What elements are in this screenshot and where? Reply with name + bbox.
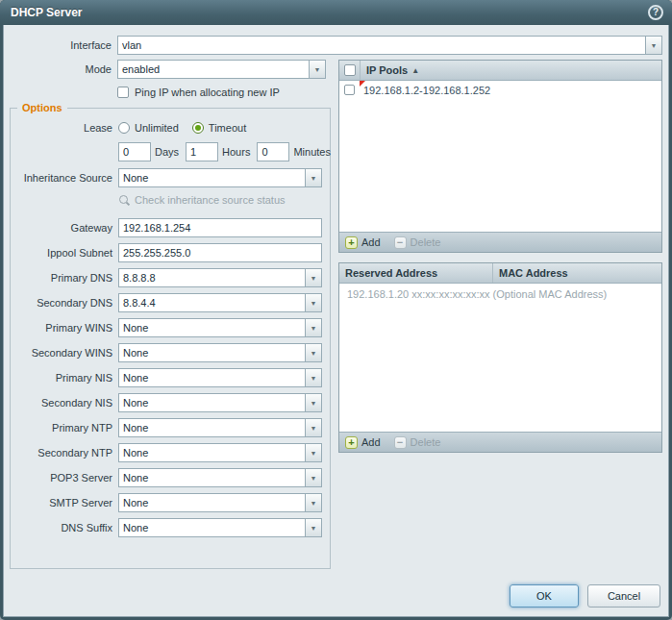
inheritance-source-value[interactable]	[119, 169, 305, 186]
reserved-header-row: Reserved Address MAC Address	[339, 263, 661, 284]
secondary-dns-select[interactable]: ▼	[118, 293, 322, 312]
chevron-down-icon[interactable]: ▼	[305, 394, 321, 411]
ippool-subnet-input[interactable]	[118, 243, 322, 262]
interface-select[interactable]: ▼	[117, 36, 662, 55]
chevron-down-icon[interactable]: ▼	[305, 519, 321, 536]
delete-label: Delete	[411, 436, 441, 448]
add-ip-pool-button[interactable]: + Add	[345, 236, 381, 249]
secondary-ntp-select[interactable]: ▼	[118, 443, 322, 462]
delete-ip-pool-button[interactable]: − Delete	[394, 236, 441, 249]
reserved-address-column-header[interactable]: Reserved Address	[339, 263, 493, 283]
primary-ntp-value[interactable]	[119, 419, 305, 436]
pop3-server-value[interactable]	[119, 469, 305, 486]
hours-label: Hours	[222, 146, 250, 158]
hours-input[interactable]	[186, 142, 218, 161]
ip-pools-header-row: IP Pools ▲	[339, 61, 661, 81]
chevron-down-icon[interactable]: ▼	[305, 419, 321, 436]
primary-nis-value[interactable]	[119, 369, 305, 386]
ip-pools-footer: + Add − Delete	[339, 232, 661, 252]
reserved-address-header-label: Reserved Address	[345, 267, 437, 279]
smtp-server-label: SMTP Server	[11, 497, 118, 508]
ok-button[interactable]: OK	[510, 584, 579, 608]
smtp-server-select[interactable]: ▼	[118, 493, 322, 512]
secondary-nis-select[interactable]: ▼	[118, 393, 322, 412]
primary-nis-select[interactable]: ▼	[118, 368, 322, 387]
smtp-server-row: SMTP Server ▼	[11, 493, 322, 512]
gateway-input[interactable]	[118, 218, 322, 237]
primary-ntp-label: Primary NTP	[11, 422, 118, 434]
chevron-down-icon[interactable]: ▼	[305, 469, 321, 486]
lease-unlimited-label[interactable]: Unlimited	[135, 122, 179, 134]
days-label: Days	[155, 146, 179, 158]
primary-wins-select[interactable]: ▼	[118, 318, 322, 337]
mac-address-header-label: MAC Address	[499, 267, 568, 279]
interface-value[interactable]	[118, 37, 645, 54]
chevron-down-icon[interactable]: ▼	[305, 169, 321, 186]
chevron-down-icon[interactable]: ▼	[305, 444, 321, 461]
lease-row: Lease Unlimited Timeout	[11, 122, 322, 134]
primary-wins-value[interactable]	[119, 319, 305, 336]
secondary-nis-label: Secondary NIS	[11, 397, 118, 409]
primary-ntp-select[interactable]: ▼	[118, 418, 322, 437]
dns-suffix-label: DNS Suffix	[11, 522, 118, 533]
lease-timeout-radio[interactable]	[192, 122, 204, 134]
chevron-down-icon[interactable]: ▼	[305, 319, 321, 336]
add-label: Add	[361, 236, 381, 248]
secondary-wins-select[interactable]: ▼	[118, 343, 322, 362]
chevron-down-icon[interactable]: ▼	[305, 294, 321, 311]
ip-pools-body: 192.168.1.2-192.168.1.252	[339, 81, 661, 232]
secondary-dns-row: Secondary DNS ▼	[11, 293, 322, 312]
secondary-ntp-value[interactable]	[119, 444, 305, 461]
add-reserved-button[interactable]: + Add	[345, 436, 381, 449]
chevron-down-icon[interactable]: ▼	[305, 369, 321, 386]
chevron-down-icon[interactable]: ▼	[645, 37, 661, 54]
chevron-down-icon[interactable]: ▼	[305, 494, 321, 511]
pop3-server-row: POP3 Server ▼	[11, 468, 322, 487]
ping-ip-label[interactable]: Ping IP when allocating new IP	[135, 87, 280, 98]
ip-pool-row[interactable]: 192.168.1.2-192.168.1.252	[339, 81, 661, 99]
mode-value[interactable]	[118, 61, 309, 78]
help-icon[interactable]: ?	[648, 5, 663, 20]
interface-label: Interface	[10, 39, 117, 51]
smtp-server-value[interactable]	[119, 494, 305, 511]
modified-indicator-icon	[360, 81, 365, 87]
minutes-label: Minutes	[293, 146, 331, 158]
lease-unlimited-radio[interactable]	[118, 122, 130, 134]
ping-ip-checkbox[interactable]	[117, 87, 129, 98]
lease-duration-row: Days Hours Minutes	[11, 142, 322, 161]
row-checkbox[interactable]	[344, 85, 355, 95]
ippool-subnet-row: Ippool Subnet	[11, 243, 322, 262]
chevron-down-icon[interactable]: ▼	[305, 344, 321, 361]
inheritance-source-select[interactable]: ▼	[118, 168, 322, 187]
primary-dns-value[interactable]	[119, 269, 305, 286]
lease-timeout-label[interactable]: Timeout	[209, 122, 246, 134]
secondary-ntp-row: Secondary NTP ▼	[11, 443, 322, 462]
title-bar: DHCP Server ?	[0, 0, 672, 25]
ip-pools-column-header[interactable]: IP Pools ▲	[361, 61, 425, 80]
primary-dns-select[interactable]: ▼	[118, 268, 322, 287]
minutes-input[interactable]	[257, 142, 289, 161]
cancel-button[interactable]: Cancel	[587, 584, 660, 608]
mac-address-column-header[interactable]: MAC Address	[493, 263, 661, 283]
check-inheritance-label: Check inheritance source status	[135, 194, 286, 206]
chevron-down-icon[interactable]: ▼	[309, 61, 325, 78]
delete-reserved-button[interactable]: − Delete	[394, 436, 441, 449]
secondary-dns-value[interactable]	[119, 294, 305, 311]
chevron-down-icon[interactable]: ▼	[305, 269, 321, 286]
ip-pools-header-label: IP Pools	[366, 64, 408, 76]
dialog-body: Interface ▼ Mode ▼ Ping IP when allo	[3, 25, 669, 617]
ip-pool-value[interactable]: 192.168.1.2-192.168.1.252	[363, 85, 490, 96]
add-label: Add	[361, 436, 381, 448]
days-input[interactable]	[118, 142, 151, 161]
dns-suffix-value[interactable]	[119, 519, 305, 536]
secondary-dns-label: Secondary DNS	[11, 297, 118, 309]
secondary-wins-value[interactable]	[119, 344, 305, 361]
dns-suffix-select[interactable]: ▼	[118, 518, 322, 537]
interface-row: Interface ▼	[10, 36, 662, 55]
pop3-server-select[interactable]: ▼	[118, 468, 322, 487]
mode-select[interactable]: ▼	[117, 60, 326, 79]
select-all-checkbox[interactable]	[344, 64, 356, 76]
secondary-nis-value[interactable]	[119, 394, 305, 411]
ip-pool-cell[interactable]: 192.168.1.2-192.168.1.252	[360, 81, 490, 99]
check-inheritance-link[interactable]: Check inheritance source status	[118, 194, 286, 206]
